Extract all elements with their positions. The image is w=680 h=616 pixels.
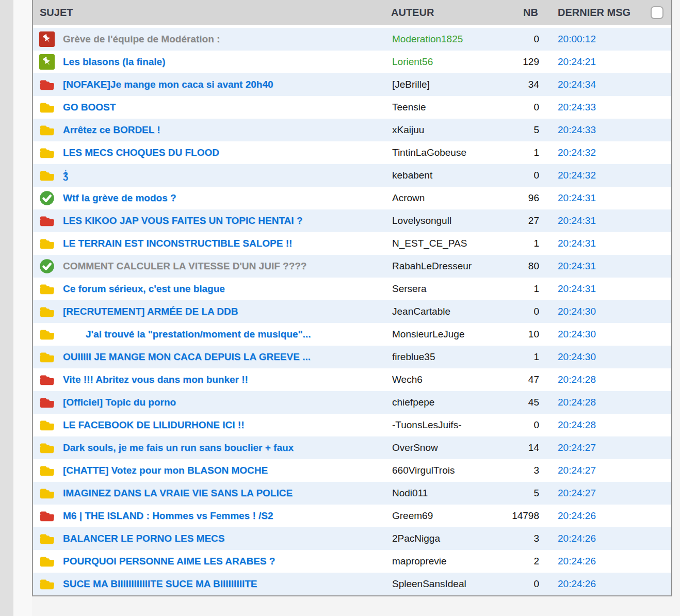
select-all-checkbox[interactable]: [651, 6, 663, 19]
topic-title-link[interactable]: Les blasons (la finale): [63, 56, 166, 67]
topic-author-link[interactable]: Lovelysongull: [392, 215, 451, 226]
topic-title-link[interactable]: BALANCER LE PORNO LES MECS: [63, 533, 225, 544]
folder-yellow-icon: [39, 282, 55, 296]
topic-author-link[interactable]: kebabent: [392, 170, 432, 181]
topic-rows: Grève de l'équipe de Modération : Modera…: [33, 28, 671, 595]
topic-last-message-time-link[interactable]: 20:24:33: [558, 124, 596, 135]
topic-title-link[interactable]: COMMENT CALCULER LA VITESSE D'UN JUIF ??…: [63, 261, 306, 271]
table-row: ǯ̓ kebabent 0 20:24:32: [33, 164, 671, 187]
topic-reply-count: 0: [533, 102, 539, 112]
topic-last-message-time-link[interactable]: 20:24:30: [558, 306, 596, 317]
topic-author-link[interactable]: [JeBrille]: [392, 79, 430, 90]
topic-author-link[interactable]: 660VirgulTrois: [392, 465, 455, 476]
topic-author-link[interactable]: Sersera: [392, 283, 427, 294]
topic-last-message-time-link[interactable]: 20:24:27: [558, 465, 596, 476]
table-row: [RECRUTEMENT] ARMÉE DE LA DDB JeanCartab…: [33, 300, 671, 323]
topic-reply-count: 10: [528, 329, 539, 339]
folder-red-icon: [39, 373, 55, 386]
topic-author-link[interactable]: Nodi011: [392, 488, 428, 498]
topic-title-link[interactable]: LES MECS CHOQUES DU FLOOD: [63, 147, 219, 158]
topic-last-message-time-link[interactable]: 20:24:26: [558, 556, 596, 566]
topic-last-message-time-link[interactable]: 20:24:21: [558, 56, 596, 67]
topic-author-link[interactable]: maproprevie: [392, 556, 447, 566]
topic-last-message-time-link[interactable]: 20:24:30: [558, 351, 596, 362]
topic-last-message-time-link[interactable]: 20:24:26: [558, 578, 596, 589]
topic-author-link[interactable]: RabahLeDresseur: [392, 261, 472, 271]
topic-author-link[interactable]: MonsieurLeJuge: [392, 329, 464, 339]
topic-last-message-time-link[interactable]: 20:24:26: [558, 533, 596, 544]
topic-title-link[interactable]: [Officiel] Topic du porno: [63, 397, 176, 408]
topic-author-link[interactable]: Acrown: [392, 192, 425, 203]
topic-last-message-time-link[interactable]: 20:24:32: [558, 147, 596, 158]
topic-last-message-time-link[interactable]: 20:24:33: [558, 102, 596, 112]
topic-last-message-time-link[interactable]: 20:24:31: [558, 215, 596, 226]
topic-last-message-time-link[interactable]: 20:24:31: [558, 261, 596, 271]
topic-title-link[interactable]: Arrêtez ce BORDEL !: [63, 124, 160, 135]
page-left-margin: [0, 0, 13, 616]
topic-author-link[interactable]: SpleenSansIdeal: [392, 578, 466, 589]
topic-title-link[interactable]: ǯ̓: [63, 170, 68, 181]
topic-title-link[interactable]: Grève de l'équipe de Modération :: [63, 34, 220, 44]
topic-title-link[interactable]: POURQUOI PERSONNE AIME LES ARABES ?: [63, 556, 275, 566]
topic-title-link[interactable]: Vite !!! Abritez vous dans mon bunker !!: [63, 374, 248, 385]
table-row: [Officiel] Topic du porno chiefpepe 45 2…: [33, 391, 671, 414]
topic-last-message-time-link[interactable]: 20:24:28: [558, 374, 596, 385]
topic-title-link[interactable]: LES KIKOO JAP VOUS FAITES UN TOPIC HENTA…: [63, 215, 303, 226]
topic-title-link[interactable]: OUIIIII JE MANGE MON CACA DEPUIS LA GREE…: [63, 351, 311, 362]
topic-author-link[interactable]: OverSnow: [392, 442, 438, 453]
folder-yellow-icon: [39, 169, 55, 182]
folder-yellow-icon: [39, 146, 55, 159]
topic-last-message-time-link[interactable]: 20:24:31: [558, 283, 596, 294]
topic-last-message-time-link[interactable]: 20:00:12: [558, 34, 596, 44]
topic-author-link[interactable]: fireblue35: [392, 351, 435, 362]
topic-author-link[interactable]: Greem69: [392, 510, 433, 521]
folder-yellow-icon: [39, 237, 55, 250]
table-row: POURQUOI PERSONNE AIME LES ARABES ? mapr…: [33, 550, 671, 573]
topic-last-message-time-link[interactable]: 20:24:32: [558, 170, 596, 181]
topic-author-link[interactable]: TintinLaGobeuse: [392, 147, 466, 158]
topic-author-link[interactable]: chiefpepe: [392, 397, 434, 408]
topic-title-link[interactable]: Ce forum sérieux, c'est une blague: [63, 283, 225, 294]
topic-title-link[interactable]: GO BOOST: [63, 102, 116, 112]
topic-reply-count: 14798: [512, 510, 539, 521]
topic-title-link[interactable]: Wtf la grève de modos ?: [63, 192, 176, 203]
table-row: OUIIIII JE MANGE MON CACA DEPUIS LA GREE…: [33, 346, 671, 368]
topic-last-message-time-link[interactable]: 20:24:26: [558, 510, 596, 521]
topic-last-message-time-link[interactable]: 20:24:27: [558, 442, 596, 453]
topic-author-link[interactable]: JeanCartable: [392, 306, 450, 317]
topic-last-message-time-link[interactable]: 20:24:27: [558, 488, 596, 498]
topic-title-link[interactable]: Dark souls, je me fais un run sans boucl…: [63, 442, 294, 453]
topic-author-link[interactable]: Lorient56: [392, 56, 433, 67]
topic-author-link[interactable]: xKaijuu: [392, 124, 424, 135]
topic-last-message-time-link[interactable]: 20:24:34: [558, 79, 596, 90]
topic-reply-count: 45: [528, 397, 539, 408]
topic-author-link[interactable]: 2PacNigga: [392, 533, 440, 544]
table-row: [CHATTE] Votez pour mon BLASON MOCHE 660…: [33, 459, 671, 482]
topic-last-message-time-link[interactable]: 20:24:28: [558, 419, 596, 430]
topic-title-link[interactable]: M6 | THE ISLAND : Hommes vs Femmes ! /S2: [63, 510, 273, 521]
topic-title-link[interactable]: [RECRUTEMENT] ARMÉE DE LA DDB: [63, 306, 238, 317]
topic-last-message-time-link[interactable]: 20:24:28: [558, 397, 596, 408]
topic-author-link[interactable]: N_EST_CE_PAS: [392, 238, 467, 249]
topic-author-link[interactable]: Moderation1825: [392, 34, 463, 44]
topic-last-message-time-link[interactable]: 20:24:30: [558, 329, 596, 339]
topic-last-message-time-link[interactable]: 20:24:31: [558, 238, 596, 249]
topic-title-link[interactable]: LE TERRAIN EST INCONSTRUCTIBLE SALOPE !!: [63, 238, 292, 249]
topic-title-link[interactable]: J'ai trouvé la "prestation/moment de mus…: [63, 329, 311, 339]
topic-author-link[interactable]: Teensie: [392, 102, 426, 112]
table-row: LE TERRAIN EST INCONSTRUCTIBLE SALOPE !!…: [33, 232, 671, 255]
topic-author-link[interactable]: Wech6: [392, 374, 423, 385]
topic-reply-count: 0: [533, 170, 539, 181]
topic-title-link[interactable]: [CHATTE] Votez pour mon BLASON MOCHE: [63, 465, 268, 476]
topic-title-link[interactable]: SUCE MA BIIIIIIIIIIIITE SUCE MA BIIIIIII…: [63, 578, 257, 589]
topic-title-link[interactable]: IMAGINEZ DANS LA VRAIE VIE SANS LA POLIC…: [63, 488, 293, 498]
table-row: LES KIKOO JAP VOUS FAITES UN TOPIC HENTA…: [33, 209, 671, 232]
table-row: Grève de l'équipe de Modération : Modera…: [33, 28, 671, 51]
topic-author-link[interactable]: -TuonsLesJuifs-: [392, 419, 461, 430]
topic-title-link[interactable]: LE FACEBOOK DE LILIDURHONE ICI !!: [63, 419, 245, 430]
table-row: M6 | THE ISLAND : Hommes vs Femmes ! /S2…: [33, 505, 671, 527]
topic-title-link[interactable]: [NOFAKE]Je mange mon caca si avant 20h40: [63, 79, 273, 90]
topic-last-message-time-link[interactable]: 20:24:31: [558, 192, 596, 203]
topic-reply-count: 2: [533, 556, 539, 566]
topic-reply-count: 129: [523, 56, 539, 67]
